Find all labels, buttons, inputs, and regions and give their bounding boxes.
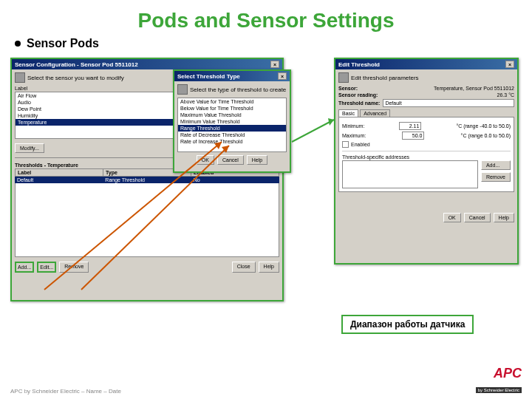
email-group-label: Threshold-specific addresses [342,154,511,160]
col-label: Label [16,169,103,176]
cell-type: Range Threshold [103,177,191,183]
window-title: Edit Threshold [338,61,380,68]
workspace: Sensor Configuration - Sensor Pod 551101… [0,53,532,319]
max-input[interactable]: 50.0 [402,132,424,140]
remove-button[interactable]: Remove [59,262,89,273]
cancel-button[interactable]: Cancel [217,155,244,165]
list-item[interactable]: Rate of Increase Threshold [178,138,286,145]
footer: APC by Schneider Electric – Name – Date … [0,366,532,395]
list-item[interactable]: Below Value for Time Threshold [178,105,286,112]
list-item[interactable]: Rate of Decrease Threshold [178,132,286,138]
max-unit: °C (range 0.0 to 50.0) [461,133,511,138]
list-item[interactable]: Above Value for Time Threshold [178,98,286,105]
titlebar-select-threshold: Select Threshold Type × [174,71,290,81]
reading-value: 26.3 °C [497,92,514,98]
modify-button[interactable]: Modify... [15,143,44,153]
address-remove-button[interactable]: Remove [481,172,511,182]
minimum-row: Minimum: 2.11 °C (range -40.0 to 50.0) [342,122,511,130]
ok-button[interactable]: OK [197,155,214,165]
threshold-name-field: Threshold name: Default [338,99,514,107]
sensor-field: Sensor: Temperature, Sensor Pod 5511012 [338,86,514,91]
ok-button[interactable]: OK [443,213,461,222]
threshold-type-listbox[interactable]: Above Value for Time Threshold Below Val… [177,98,287,152]
min-label: Minimum: [342,123,364,129]
tab-basic[interactable]: Basic [338,109,358,117]
add-button[interactable]: Add... [15,262,34,273]
sensor-icon [15,72,25,83]
footer-text: APC by Schneider Electric – Name – Date [10,388,121,395]
edit-icon [338,72,349,83]
titlebar-edit-threshold: Edit Threshold × [335,59,517,69]
address-listbox[interactable] [342,160,478,188]
threshold-icon [177,84,188,95]
select-threshold-window: Select Threshold Type × Select the type … [173,69,291,173]
close-icon[interactable]: × [505,61,514,68]
table-row[interactable]: Default Range Threshold No [15,177,279,183]
max-label: Maximum: [342,133,366,138]
cell-label: Default [15,177,103,183]
sensor-label: Sensor: [338,86,358,91]
threshold-name-label: Threshold name: [338,100,380,106]
titlebar-sensor-config: Sensor Configuration - Sensor Pod 551101… [12,59,282,69]
bullet-row: Sensor Pods [0,37,532,50]
instruction-text: Select the sensor you want to modify [27,75,124,81]
svg-line-4 [292,120,334,142]
svg-marker-5 [328,118,334,126]
maximum-row: Maximum: 50.0 °C (range 0.0 to 50.0) [342,132,511,140]
min-unit: °C (range -40.0 to 50.0) [456,123,511,129]
cell-enabled: No [191,177,279,183]
instruction-row: Edit threshold parameters [338,72,514,83]
help-button[interactable]: Help [494,213,514,222]
instruction-row: Select the type of threshold to create [177,84,287,95]
schneider-logo-sub: by Schneider Electric [476,387,522,393]
callout-box: Диапазон работы датчика [341,315,474,334]
reading-field: Sensor reading: 26.3 °C [338,92,514,98]
table-empty-area [15,183,279,257]
address-add-button[interactable]: Add... [481,160,511,170]
list-item-selected[interactable]: Range Threshold [178,125,286,132]
help-button[interactable]: Help [247,155,267,165]
instruction-text: Edit threshold parameters [351,75,419,81]
instruction-text: Select the type of threshold to create [190,86,286,93]
apc-logo-icon: APC [476,366,522,381]
min-input[interactable]: 2.11 [399,122,421,130]
slide-title: Pods and Sensor Settings [0,0,532,37]
close-button[interactable]: Close [232,262,256,273]
tab-strip: Basic Advanced [338,109,514,117]
list-item[interactable]: Minimum Value Threshold [178,118,286,125]
window-title: Select Threshold Type [177,73,240,80]
edit-threshold-window: Edit Threshold × Edit threshold paramete… [334,58,519,265]
logo-wrapper: APC by Schneider Electric [476,366,522,395]
list-item[interactable]: Maximum Value Threshold [178,112,286,118]
threshold-name-input[interactable]: Default [383,99,514,107]
close-icon[interactable]: × [270,61,279,68]
callout-text: Диапазон работы датчика [350,319,465,330]
window-title: Sensor Configuration - Sensor Pod 551101… [15,61,138,68]
enabled-label: Enabled [351,142,370,147]
help-button[interactable]: Help [259,262,279,273]
bullet-text: Sensor Pods [27,37,99,50]
enabled-row[interactable]: Enabled [342,141,511,148]
enabled-checkbox[interactable] [342,141,349,148]
bullet-dot-icon [15,41,21,47]
tab-advanced[interactable]: Advanced [360,109,390,117]
close-icon[interactable]: × [278,72,287,80]
edit-button[interactable]: Edit... [37,262,56,273]
cancel-button[interactable]: Cancel [464,213,491,222]
sensor-value: Temperature, Sensor Pod 5511012 [434,86,514,91]
reading-label: Sensor reading: [338,92,378,98]
